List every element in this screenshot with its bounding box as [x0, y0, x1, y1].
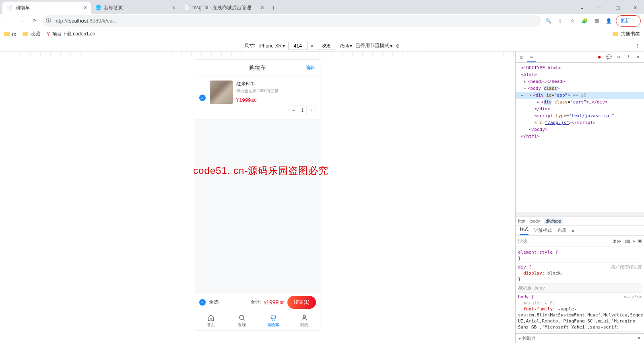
browser-tabstrip: 📄 购物车 × 🌐 新标签页 × 📄 msgTpl - 在线商城后台管理 × +…	[0, 0, 644, 14]
extensions-icon[interactable]: 🧩	[579, 15, 590, 27]
caret-down-icon[interactable]: ⌄	[573, 2, 591, 14]
menu-icon[interactable]: ⋮	[624, 53, 633, 61]
minimize-icon[interactable]: —	[591, 2, 609, 14]
width-input[interactable]	[288, 42, 308, 50]
checkout-button[interactable]: 结算(1)	[287, 296, 316, 309]
bookmark-rx[interactable]: rx	[4, 31, 16, 37]
throttle-select[interactable]: 已停用节流模式 ▾	[355, 42, 392, 49]
home-icon	[207, 314, 215, 321]
rotate-icon[interactable]: ⊘	[396, 43, 400, 49]
console-expand-icon[interactable]: ▸	[519, 336, 521, 341]
styles-tab[interactable]: 样式	[520, 226, 528, 235]
bookmark-code51[interactable]: Y项目下载:code51.cn	[47, 31, 95, 37]
new-rule-icon[interactable]: +	[633, 239, 635, 244]
select-all-checkbox[interactable]: ✓	[199, 299, 206, 306]
cart-item: ✓ 红米K20 弹出全面屏,4800万三摄 ¥1999.00 − 1 +	[195, 76, 320, 120]
browser-tab-msgtpl[interactable]: 📄 msgTpl - 在线商城后台管理 ×	[180, 2, 268, 14]
record-icon[interactable]: ●	[595, 53, 604, 61]
tab-favicon-icon: 🌐	[95, 4, 101, 11]
cls-toggle[interactable]: .cls	[623, 239, 630, 244]
address-bar[interactable]: ⓘ http://localhost:8080/#/cart	[42, 15, 541, 27]
device-mode-icon[interactable]: ▭	[527, 52, 536, 62]
tab-discover[interactable]: 发现	[227, 311, 258, 330]
tab-title: 新标签页	[104, 4, 170, 11]
side-panel-icon[interactable]: ▤	[591, 15, 602, 27]
elements-breadcrumb[interactable]: html body div#app	[516, 217, 644, 225]
times-label: ×	[311, 43, 314, 49]
folder-icon	[613, 32, 618, 36]
other-bookmarks[interactable]: 其他书签	[613, 31, 640, 37]
close-devtools-icon[interactable]: ✕	[634, 53, 642, 61]
update-button[interactable]: 更新 ⋮	[616, 15, 641, 27]
browser-tab-newpage[interactable]: 🌐 新标签页 ×	[91, 2, 180, 14]
close-window-icon[interactable]: ✕	[626, 2, 644, 14]
share-icon[interactable]: ⇧	[555, 15, 566, 27]
back-button[interactable]: ←	[3, 15, 14, 27]
qty-plus-button[interactable]: +	[307, 106, 316, 115]
box-model-icon[interactable]: ▣	[638, 238, 642, 244]
tab-cart[interactable]: 购物车	[258, 311, 289, 330]
reload-button[interactable]: ⟳	[29, 15, 40, 27]
svg-point-2	[275, 320, 275, 320]
console-close-icon[interactable]: ✕	[637, 336, 641, 341]
message-icon[interactable]: 💬	[605, 53, 613, 61]
layout-tab[interactable]: 布局	[557, 227, 566, 233]
close-icon[interactable]: ×	[172, 4, 175, 11]
hov-toggle[interactable]: :hov	[613, 239, 621, 244]
ruler	[0, 52, 515, 57]
svg-point-0	[239, 315, 244, 320]
tab-favicon-icon: 📄	[184, 4, 190, 11]
cart-header: 购物车 编辑	[195, 60, 320, 76]
item-checkbox[interactable]: ✓	[199, 95, 206, 101]
elements-scrollbar[interactable]	[516, 212, 644, 217]
forward-button[interactable]: →	[16, 15, 27, 27]
selected-node[interactable]: ⋯ ▾<div id="app"> == $0	[516, 92, 644, 99]
devtools-tabs: ◫ ▭ ● 💬 ⚙ ⋮ ✕	[516, 52, 644, 63]
select-all-label: 全选	[209, 299, 219, 306]
styles-filter-bar: :hov .cls + ▣	[516, 236, 644, 246]
site-info-icon[interactable]: ⓘ	[46, 17, 51, 25]
page-title: 购物车	[249, 64, 266, 72]
bookmark-fav[interactable]: 收藏	[23, 31, 40, 37]
submit-bar: ✓ 全选 合计: ¥1999.00 结算(1)	[195, 293, 320, 311]
cart-icon	[270, 314, 277, 321]
tab-home[interactable]: 首页	[195, 311, 227, 330]
tab-profile[interactable]: 我的	[289, 311, 320, 330]
filter-input[interactable]	[518, 239, 610, 244]
elements-tree[interactable]: <!DOCTYPE html> <html> ▸<head>…</head> ▾…	[516, 63, 644, 212]
total-price: ¥1999.00	[264, 299, 285, 306]
bottom-tabbar: 首页 发现 购物车 我的	[195, 311, 320, 330]
settings-icon[interactable]: ⚙	[614, 53, 623, 61]
new-tab-button[interactable]: +	[268, 2, 279, 14]
cart-body	[195, 120, 320, 293]
device-toolbar: 尺寸: iPhone XR ▾ × 75% ▾ 已停用节流模式 ▾ ⊘ ⋮	[0, 40, 644, 52]
styles-pane[interactable]: element.style { } 用户代理样式表 div { display:…	[516, 246, 644, 333]
devtools-panel: ◫ ▭ ● 💬 ⚙ ⋮ ✕ <!DOCTYPE html> <html> ▸<h…	[515, 52, 644, 343]
qty-minus-button[interactable]: −	[289, 106, 298, 115]
profile-icon[interactable]: 👤	[603, 15, 614, 27]
user-icon	[301, 314, 308, 321]
inspect-icon[interactable]: ◫	[517, 53, 526, 61]
zoom-select[interactable]: 75% ▾	[339, 43, 352, 49]
device-viewport: code51. cn-源码乐园盗图必究 购物车 编辑 ✓ 红米K20 弹出全面屏…	[0, 52, 515, 343]
more-tabs-icon[interactable]: »	[572, 228, 574, 233]
computed-tab[interactable]: 计算样式	[534, 227, 552, 233]
maximize-icon[interactable]: ▢	[609, 2, 626, 14]
close-icon[interactable]: ×	[261, 4, 264, 11]
device-menu-icon[interactable]: ⋮	[635, 43, 640, 49]
svg-point-3	[303, 315, 305, 318]
qty-value[interactable]: 1	[298, 106, 307, 115]
height-input[interactable]	[317, 42, 336, 50]
edit-button[interactable]: 编辑	[305, 64, 315, 71]
bookmarks-bar: rx 收藏 Y项目下载:code51.cn 其他书签	[0, 28, 644, 40]
url-text: http://localhost:8080/#/cart	[54, 18, 116, 24]
close-icon[interactable]: ×	[84, 4, 87, 11]
size-label: 尺寸:	[244, 42, 255, 49]
styles-tabs: 样式 计算样式 布局 »	[516, 225, 644, 236]
browser-tab-cart[interactable]: 📄 购物车 ×	[2, 2, 91, 14]
device-select[interactable]: iPhone XR ▾	[258, 43, 285, 49]
bookmark-star-icon[interactable]: ☆	[567, 15, 578, 27]
search-icon[interactable]: 🔍	[543, 15, 554, 27]
product-thumbnail[interactable]	[210, 81, 233, 104]
console-drawer[interactable]: ▸ 控制台 ✕	[516, 333, 644, 343]
